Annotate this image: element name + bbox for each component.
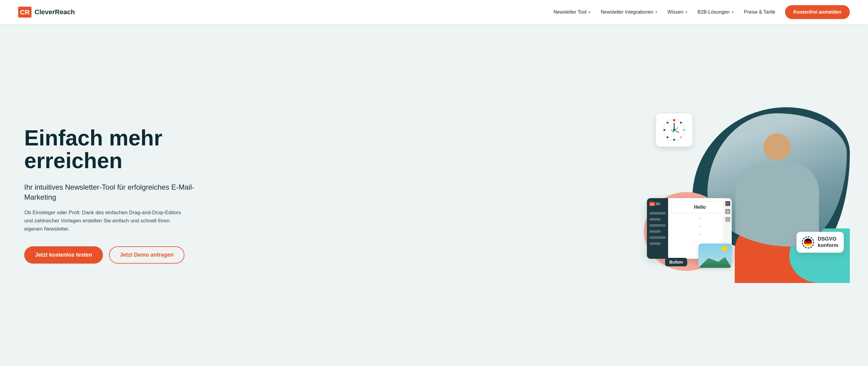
shape-tool-icon: ⬡ (725, 217, 730, 222)
chevron-down-icon: ▼ (588, 10, 591, 14)
svg-point-4 (680, 122, 682, 124)
logo-icon: CR (18, 7, 31, 18)
svg-text:CR: CR (20, 8, 30, 16)
flag-black-stripe (804, 239, 812, 241)
svg-point-8 (666, 136, 669, 138)
hero-subheading: Ihr intuitives Newsletter-Tool für erfol… (24, 182, 200, 203)
image-sun (722, 246, 727, 251)
chevron-down-icon: ▼ (685, 10, 688, 14)
sidebar-line-5 (649, 236, 666, 239)
sidebar-line-6 (649, 242, 661, 245)
sidebar-line-3 (649, 224, 666, 226)
nav-link-preise[interactable]: Preise & Tarife (744, 9, 775, 15)
hero-section: Einfach mehr erreichen Ihr intuitives Ne… (0, 24, 868, 366)
editor-plus-3: + (671, 232, 729, 237)
hero-buttons: Jetzt kostenlos testen Jetzt Demo anfrag… (24, 246, 200, 264)
svg-text:CR: CR (650, 203, 654, 206)
chevron-down-icon: ▼ (731, 10, 734, 14)
svg-point-7 (673, 139, 675, 141)
svg-point-3 (673, 119, 675, 122)
clock-svg (662, 118, 686, 142)
text-tool-icon: T↕ (725, 201, 730, 206)
editor-brand-text: CleverReach (656, 203, 660, 206)
logo[interactable]: CR CleverReach (18, 7, 75, 18)
flag-gold-stripe (804, 244, 812, 246)
clock-widget (656, 113, 692, 147)
flag-red-stripe (804, 241, 812, 244)
editor-hello-block: Hello (671, 201, 729, 213)
editor-logo: CR CleverReach (649, 202, 666, 206)
navbar: CR CleverReach Newsletter Tool ▼ Newslet… (0, 0, 868, 24)
nav-link-wissen[interactable]: Wissen ▼ (668, 9, 688, 15)
cta-secondary-button[interactable]: Jetzt Demo anfragen (109, 246, 184, 264)
editor-plus-1: + (671, 216, 729, 221)
editor-logo-icon: CR (649, 202, 655, 206)
image-preview-card (699, 244, 732, 268)
image-mountain (699, 256, 732, 268)
nav-link-newsletter-tool[interactable]: Newsletter Tool ▼ (554, 9, 591, 15)
svg-point-6 (680, 136, 682, 138)
cta-primary-button[interactable]: Jetzt kostenlos testen (24, 246, 103, 264)
svg-point-9 (663, 129, 665, 131)
sidebar-line-4 (649, 230, 661, 233)
signup-button[interactable]: Kostenfrei anmelden (785, 5, 850, 19)
hero-content: Einfach mehr erreichen Ihr intuitives Ne… (24, 127, 200, 264)
editor-plus-2: + (671, 223, 729, 229)
svg-point-10 (666, 122, 669, 124)
hero-body-text: Ob Einsteiger oder Profi: Dank des einfa… (24, 209, 188, 233)
chevron-down-icon: ▼ (655, 10, 658, 14)
button-badge: Button (665, 258, 687, 266)
editor-sidebar: CR CleverReach (647, 198, 668, 259)
hero-heading: Einfach mehr erreichen (24, 127, 200, 173)
sidebar-line-1 (649, 212, 666, 214)
svg-point-5 (683, 129, 685, 131)
german-flag-ring (802, 236, 814, 248)
image-tool-icon: 🖼 (725, 209, 730, 214)
nav-link-b2b[interactable]: B2B-Lösungen ▼ (698, 9, 734, 15)
sidebar-line-2 (649, 218, 661, 220)
german-flag (804, 239, 812, 246)
brand-name: CleverReach (34, 8, 75, 16)
nav-links: Newsletter Tool ▼ Newsletter Integration… (554, 5, 850, 19)
dsgvo-text: DSGVOkonform (818, 236, 838, 248)
nav-link-newsletter-integrationen[interactable]: Newsletter Integrationen ▼ (601, 9, 658, 15)
image-sky (699, 244, 732, 268)
dsgvo-badge: DSGVOkonform (797, 232, 844, 253)
hero-illustration: CR CleverReach Hello + + + T↕ 🖼 (638, 107, 850, 283)
